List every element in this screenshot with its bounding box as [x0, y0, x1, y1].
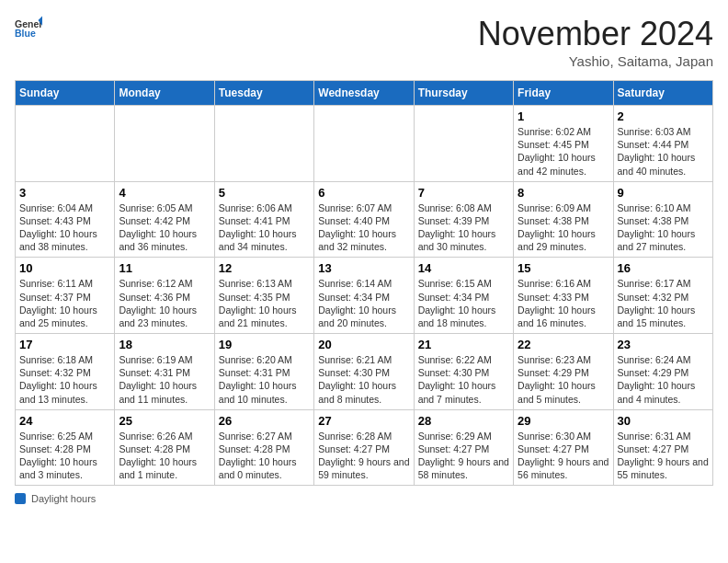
calendar-cell: 10Sunrise: 6:11 AM Sunset: 4:37 PM Dayli… — [16, 258, 115, 334]
calendar-cell: 11Sunrise: 6:12 AM Sunset: 4:36 PM Dayli… — [115, 258, 214, 334]
day-info: Sunrise: 6:04 AM Sunset: 4:43 PM Dayligh… — [19, 201, 110, 254]
day-info: Sunrise: 6:10 AM Sunset: 4:38 PM Dayligh… — [618, 201, 709, 254]
day-info: Sunrise: 6:20 AM Sunset: 4:31 PM Dayligh… — [219, 353, 310, 406]
daylight-icon — [15, 493, 26, 504]
day-number: 11 — [119, 261, 210, 275]
day-info: Sunrise: 6:27 AM Sunset: 4:28 PM Dayligh… — [219, 430, 310, 482]
calendar-cell: 30Sunrise: 6:31 AM Sunset: 4:27 PM Dayli… — [613, 409, 712, 486]
day-number: 10 — [19, 261, 110, 275]
day-info: Sunrise: 6:30 AM Sunset: 4:27 PM Dayligh… — [518, 430, 609, 482]
calendar-cell: 13Sunrise: 6:14 AM Sunset: 4:34 PM Dayli… — [314, 258, 414, 334]
day-number: 13 — [318, 261, 409, 275]
day-info: Sunrise: 6:26 AM Sunset: 4:28 PM Dayligh… — [119, 430, 210, 482]
calendar-cell: 27Sunrise: 6:28 AM Sunset: 4:27 PM Dayli… — [314, 409, 414, 486]
day-number: 25 — [119, 414, 210, 428]
logo: General Blue — [15, 15, 42, 42]
calendar-cell: 15Sunrise: 6:16 AM Sunset: 4:33 PM Dayli… — [514, 258, 613, 334]
day-of-week-header: Friday — [514, 81, 613, 106]
calendar-cell: 5Sunrise: 6:06 AM Sunset: 4:41 PM Daylig… — [214, 181, 313, 258]
calendar-cell: 21Sunrise: 6:22 AM Sunset: 4:30 PM Dayli… — [414, 334, 513, 410]
day-number: 27 — [318, 414, 409, 428]
day-of-week-header: Tuesday — [214, 81, 313, 106]
day-number: 17 — [19, 338, 110, 351]
day-info: Sunrise: 6:08 AM Sunset: 4:39 PM Dayligh… — [418, 201, 509, 254]
day-info: Sunrise: 6:15 AM Sunset: 4:34 PM Dayligh… — [418, 277, 509, 329]
calendar-cell: 25Sunrise: 6:26 AM Sunset: 4:28 PM Dayli… — [115, 409, 214, 486]
day-number: 23 — [618, 338, 709, 351]
day-info: Sunrise: 6:24 AM Sunset: 4:29 PM Dayligh… — [618, 353, 709, 406]
day-number: 6 — [318, 186, 409, 200]
day-number: 20 — [318, 338, 409, 351]
day-number: 8 — [518, 186, 609, 200]
day-info: Sunrise: 6:28 AM Sunset: 4:27 PM Dayligh… — [318, 430, 409, 482]
calendar-cell: 8Sunrise: 6:09 AM Sunset: 4:38 PM Daylig… — [514, 181, 613, 258]
calendar-cell: 28Sunrise: 6:29 AM Sunset: 4:27 PM Dayli… — [414, 409, 513, 486]
day-of-week-header: Monday — [115, 81, 214, 106]
day-info: Sunrise: 6:07 AM Sunset: 4:40 PM Dayligh… — [318, 201, 409, 254]
day-info: Sunrise: 6:02 AM Sunset: 4:45 PM Dayligh… — [518, 125, 609, 178]
month-title: November 2024 — [478, 15, 713, 53]
calendar-cell — [414, 106, 513, 182]
day-info: Sunrise: 6:31 AM Sunset: 4:27 PM Dayligh… — [618, 430, 709, 482]
day-number: 3 — [19, 186, 110, 200]
day-info: Sunrise: 6:16 AM Sunset: 4:33 PM Dayligh… — [518, 277, 609, 329]
calendar-table: SundayMondayTuesdayWednesdayThursdayFrid… — [15, 80, 713, 486]
day-number: 2 — [618, 109, 709, 123]
calendar-cell: 24Sunrise: 6:25 AM Sunset: 4:28 PM Dayli… — [16, 409, 115, 486]
calendar-cell: 4Sunrise: 6:05 AM Sunset: 4:42 PM Daylig… — [115, 181, 214, 258]
calendar-cell — [314, 106, 414, 182]
day-number: 28 — [418, 414, 509, 428]
day-info: Sunrise: 6:06 AM Sunset: 4:41 PM Dayligh… — [219, 201, 310, 254]
calendar-cell: 17Sunrise: 6:18 AM Sunset: 4:32 PM Dayli… — [16, 334, 115, 410]
day-info: Sunrise: 6:19 AM Sunset: 4:31 PM Dayligh… — [119, 353, 210, 406]
title-section: November 2024 Yashio, Saitama, Japan — [478, 15, 713, 69]
calendar-cell: 12Sunrise: 6:13 AM Sunset: 4:35 PM Dayli… — [214, 258, 313, 334]
svg-text:Blue: Blue — [15, 28, 36, 39]
day-number: 15 — [518, 261, 609, 275]
page-header: General Blue November 2024 Yashio, Saita… — [15, 15, 713, 69]
calendar-cell: 18Sunrise: 6:19 AM Sunset: 4:31 PM Dayli… — [115, 334, 214, 410]
day-info: Sunrise: 6:21 AM Sunset: 4:30 PM Dayligh… — [318, 353, 409, 406]
calendar-cell: 6Sunrise: 6:07 AM Sunset: 4:40 PM Daylig… — [314, 181, 414, 258]
footer: Daylight hours — [15, 493, 713, 504]
day-number: 21 — [418, 338, 509, 351]
calendar-cell: 20Sunrise: 6:21 AM Sunset: 4:30 PM Dayli… — [314, 334, 414, 410]
day-number: 16 — [618, 261, 709, 275]
calendar-cell: 26Sunrise: 6:27 AM Sunset: 4:28 PM Dayli… — [214, 409, 313, 486]
day-number: 19 — [219, 338, 310, 351]
calendar-cell: 29Sunrise: 6:30 AM Sunset: 4:27 PM Dayli… — [514, 409, 613, 486]
calendar-cell: 2Sunrise: 6:03 AM Sunset: 4:44 PM Daylig… — [613, 106, 712, 182]
calendar-cell: 19Sunrise: 6:20 AM Sunset: 4:31 PM Dayli… — [214, 334, 313, 410]
footer-label: Daylight hours — [31, 493, 96, 504]
day-info: Sunrise: 6:09 AM Sunset: 4:38 PM Dayligh… — [518, 201, 609, 254]
day-number: 24 — [19, 414, 110, 428]
calendar-cell: 23Sunrise: 6:24 AM Sunset: 4:29 PM Dayli… — [613, 334, 712, 410]
calendar-cell: 22Sunrise: 6:23 AM Sunset: 4:29 PM Dayli… — [514, 334, 613, 410]
calendar-cell: 7Sunrise: 6:08 AM Sunset: 4:39 PM Daylig… — [414, 181, 513, 258]
day-info: Sunrise: 6:03 AM Sunset: 4:44 PM Dayligh… — [618, 125, 709, 178]
calendar-cell — [16, 106, 115, 182]
day-info: Sunrise: 6:23 AM Sunset: 4:29 PM Dayligh… — [518, 353, 609, 406]
day-number: 22 — [518, 338, 609, 351]
day-info: Sunrise: 6:13 AM Sunset: 4:35 PM Dayligh… — [219, 277, 310, 329]
day-number: 14 — [418, 261, 509, 275]
day-number: 18 — [119, 338, 210, 351]
location: Yashio, Saitama, Japan — [478, 53, 713, 69]
day-number: 29 — [518, 414, 609, 428]
day-number: 30 — [618, 414, 709, 428]
day-of-week-header: Wednesday — [314, 81, 414, 106]
day-info: Sunrise: 6:25 AM Sunset: 4:28 PM Dayligh… — [19, 430, 110, 482]
calendar-cell: 3Sunrise: 6:04 AM Sunset: 4:43 PM Daylig… — [16, 181, 115, 258]
day-of-week-header: Sunday — [16, 81, 115, 106]
day-number: 4 — [119, 186, 210, 200]
day-info: Sunrise: 6:12 AM Sunset: 4:36 PM Dayligh… — [119, 277, 210, 329]
day-info: Sunrise: 6:11 AM Sunset: 4:37 PM Dayligh… — [19, 277, 110, 329]
day-number: 7 — [418, 186, 509, 200]
day-info: Sunrise: 6:17 AM Sunset: 4:32 PM Dayligh… — [618, 277, 709, 329]
calendar-cell — [214, 106, 313, 182]
day-number: 5 — [219, 186, 310, 200]
day-info: Sunrise: 6:18 AM Sunset: 4:32 PM Dayligh… — [19, 353, 110, 406]
day-number: 1 — [518, 109, 609, 123]
calendar-cell: 9Sunrise: 6:10 AM Sunset: 4:38 PM Daylig… — [613, 181, 712, 258]
day-of-week-header: Saturday — [613, 81, 712, 106]
